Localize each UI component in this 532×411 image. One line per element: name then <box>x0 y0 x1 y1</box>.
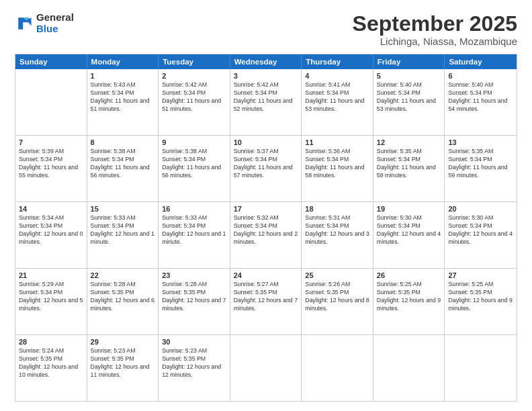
cell-day: 1 <box>91 72 155 80</box>
cell-info: Sunrise: 5:41 AM Sunset: 5:34 PM Dayligh… <box>305 81 369 113</box>
header-sunday: Sunday <box>15 54 87 69</box>
calendar-cell-3-6: 27Sunrise: 5:25 AM Sunset: 5:35 PM Dayli… <box>445 269 517 334</box>
cell-day: 7 <box>19 138 83 146</box>
cell-info: Sunrise: 5:30 AM Sunset: 5:34 PM Dayligh… <box>377 214 441 246</box>
cell-day: 13 <box>448 138 513 146</box>
calendar-cell-3-3: 24Sunrise: 5:27 AM Sunset: 5:35 PM Dayli… <box>230 269 302 334</box>
calendar-cell-4-0: 28Sunrise: 5:24 AM Sunset: 5:35 PM Dayli… <box>15 335 87 401</box>
cell-info: Sunrise: 5:23 AM Sunset: 5:35 PM Dayligh… <box>162 347 226 379</box>
calendar-cell-0-3: 3Sunrise: 5:42 AM Sunset: 5:34 PM Daylig… <box>230 69 302 135</box>
logo-general: General <box>36 11 74 23</box>
calendar-cell-4-4 <box>302 335 373 401</box>
calendar-header: Sunday Monday Tuesday Wednesday Thursday… <box>15 54 517 69</box>
calendar-cell-2-3: 17Sunrise: 5:32 AM Sunset: 5:34 PM Dayli… <box>230 202 302 268</box>
calendar-cell-1-6: 13Sunrise: 5:35 AM Sunset: 5:34 PM Dayli… <box>445 136 517 201</box>
cell-info: Sunrise: 5:36 AM Sunset: 5:34 PM Dayligh… <box>305 148 369 180</box>
calendar-cell-2-0: 14Sunrise: 5:34 AM Sunset: 5:34 PM Dayli… <box>15 202 87 268</box>
header-tuesday: Tuesday <box>159 54 230 69</box>
cell-day: 14 <box>19 205 83 213</box>
cell-day: 28 <box>19 338 83 346</box>
cell-day: 26 <box>377 271 441 279</box>
cell-info: Sunrise: 5:24 AM Sunset: 5:35 PM Dayligh… <box>19 347 83 379</box>
cell-day: 15 <box>91 205 155 213</box>
calendar-cell-2-6: 20Sunrise: 5:30 AM Sunset: 5:34 PM Dayli… <box>445 202 517 268</box>
title-block: September 2025 Lichinga, Niassa, Mozambi… <box>353 12 517 47</box>
header-monday: Monday <box>87 54 159 69</box>
cell-day: 17 <box>234 205 298 213</box>
calendar-row-0: 1Sunrise: 5:43 AM Sunset: 5:34 PM Daylig… <box>15 69 517 135</box>
calendar-cell-1-2: 9Sunrise: 5:38 AM Sunset: 5:34 PM Daylig… <box>159 136 230 201</box>
calendar-row-1: 7Sunrise: 5:39 AM Sunset: 5:34 PM Daylig… <box>15 135 517 201</box>
calendar-cell-4-1: 29Sunrise: 5:23 AM Sunset: 5:35 PM Dayli… <box>87 335 159 401</box>
cell-info: Sunrise: 5:30 AM Sunset: 5:34 PM Dayligh… <box>448 214 513 246</box>
calendar-row-2: 14Sunrise: 5:34 AM Sunset: 5:34 PM Dayli… <box>15 201 517 268</box>
calendar-cell-0-1: 1Sunrise: 5:43 AM Sunset: 5:34 PM Daylig… <box>87 69 159 135</box>
calendar-cell-4-6 <box>445 335 517 401</box>
page: General Blue September 2025 Lichinga, Ni… <box>0 0 532 411</box>
cell-day: 10 <box>234 138 298 146</box>
header-friday: Friday <box>373 54 445 69</box>
calendar-cell-3-0: 21Sunrise: 5:29 AM Sunset: 5:34 PM Dayli… <box>15 269 87 334</box>
cell-info: Sunrise: 5:31 AM Sunset: 5:34 PM Dayligh… <box>305 214 369 246</box>
calendar-cell-3-5: 26Sunrise: 5:25 AM Sunset: 5:35 PM Dayli… <box>373 269 445 334</box>
cell-day: 20 <box>448 205 513 213</box>
cell-info: Sunrise: 5:39 AM Sunset: 5:34 PM Dayligh… <box>19 148 83 180</box>
cell-info: Sunrise: 5:25 AM Sunset: 5:35 PM Dayligh… <box>377 281 441 313</box>
calendar-cell-3-1: 22Sunrise: 5:28 AM Sunset: 5:35 PM Dayli… <box>87 269 159 334</box>
cell-info: Sunrise: 5:27 AM Sunset: 5:35 PM Dayligh… <box>234 281 298 313</box>
calendar-cell-1-5: 12Sunrise: 5:35 AM Sunset: 5:34 PM Dayli… <box>373 136 445 201</box>
calendar-cell-4-5 <box>373 335 445 401</box>
cell-day: 18 <box>305 205 369 213</box>
cell-info: Sunrise: 5:37 AM Sunset: 5:34 PM Dayligh… <box>234 148 298 180</box>
cell-day: 9 <box>162 138 226 146</box>
title-month: September 2025 <box>353 12 517 36</box>
calendar-row-3: 21Sunrise: 5:29 AM Sunset: 5:34 PM Dayli… <box>15 268 517 334</box>
cell-day: 22 <box>91 271 155 279</box>
cell-day: 24 <box>234 271 298 279</box>
cell-info: Sunrise: 5:29 AM Sunset: 5:34 PM Dayligh… <box>19 281 83 313</box>
logo-blue: Blue <box>36 23 58 34</box>
header: General Blue September 2025 Lichinga, Ni… <box>15 12 517 47</box>
cell-day: 16 <box>162 205 226 213</box>
calendar-cell-4-3 <box>230 335 302 401</box>
cell-info: Sunrise: 5:35 AM Sunset: 5:34 PM Dayligh… <box>448 148 513 180</box>
cell-day: 2 <box>162 72 226 80</box>
calendar: Sunday Monday Tuesday Wednesday Thursday… <box>15 54 517 402</box>
cell-day: 19 <box>377 205 441 213</box>
cell-info: Sunrise: 5:40 AM Sunset: 5:34 PM Dayligh… <box>448 81 513 113</box>
cell-info: Sunrise: 5:42 AM Sunset: 5:34 PM Dayligh… <box>162 81 226 113</box>
cell-info: Sunrise: 5:28 AM Sunset: 5:35 PM Dayligh… <box>162 281 226 313</box>
calendar-body: 1Sunrise: 5:43 AM Sunset: 5:34 PM Daylig… <box>15 69 517 401</box>
cell-info: Sunrise: 5:43 AM Sunset: 5:34 PM Dayligh… <box>91 81 155 113</box>
calendar-cell-0-6: 6Sunrise: 5:40 AM Sunset: 5:34 PM Daylig… <box>445 69 517 135</box>
header-wednesday: Wednesday <box>230 54 302 69</box>
calendar-cell-0-0 <box>15 69 87 135</box>
cell-day: 4 <box>305 72 369 80</box>
calendar-cell-2-4: 18Sunrise: 5:31 AM Sunset: 5:34 PM Dayli… <box>302 202 373 268</box>
cell-info: Sunrise: 5:38 AM Sunset: 5:34 PM Dayligh… <box>91 148 155 180</box>
cell-day: 5 <box>377 72 441 80</box>
header-saturday: Saturday <box>445 54 517 69</box>
cell-info: Sunrise: 5:38 AM Sunset: 5:34 PM Dayligh… <box>162 148 226 180</box>
cell-day: 27 <box>448 271 513 279</box>
logo-icon <box>15 14 34 33</box>
cell-info: Sunrise: 5:42 AM Sunset: 5:34 PM Dayligh… <box>234 81 298 113</box>
calendar-cell-2-5: 19Sunrise: 5:30 AM Sunset: 5:34 PM Dayli… <box>373 202 445 268</box>
logo: General Blue <box>15 12 74 34</box>
cell-day: 11 <box>305 138 369 146</box>
calendar-cell-4-2: 30Sunrise: 5:23 AM Sunset: 5:35 PM Dayli… <box>159 335 230 401</box>
calendar-row-4: 28Sunrise: 5:24 AM Sunset: 5:35 PM Dayli… <box>15 334 517 401</box>
cell-info: Sunrise: 5:33 AM Sunset: 5:34 PM Dayligh… <box>162 214 226 246</box>
cell-day: 21 <box>19 271 83 279</box>
calendar-cell-2-1: 15Sunrise: 5:33 AM Sunset: 5:34 PM Dayli… <box>87 202 159 268</box>
title-location: Lichinga, Niassa, Mozambique <box>353 36 517 47</box>
cell-day: 6 <box>448 72 513 80</box>
cell-info: Sunrise: 5:25 AM Sunset: 5:35 PM Dayligh… <box>448 281 513 313</box>
calendar-cell-1-4: 11Sunrise: 5:36 AM Sunset: 5:34 PM Dayli… <box>302 136 373 201</box>
calendar-cell-0-4: 4Sunrise: 5:41 AM Sunset: 5:34 PM Daylig… <box>302 69 373 135</box>
cell-day: 23 <box>162 271 226 279</box>
cell-info: Sunrise: 5:23 AM Sunset: 5:35 PM Dayligh… <box>91 347 155 379</box>
cell-day: 29 <box>91 338 155 346</box>
cell-day: 8 <box>91 138 155 146</box>
calendar-cell-0-2: 2Sunrise: 5:42 AM Sunset: 5:34 PM Daylig… <box>159 69 230 135</box>
